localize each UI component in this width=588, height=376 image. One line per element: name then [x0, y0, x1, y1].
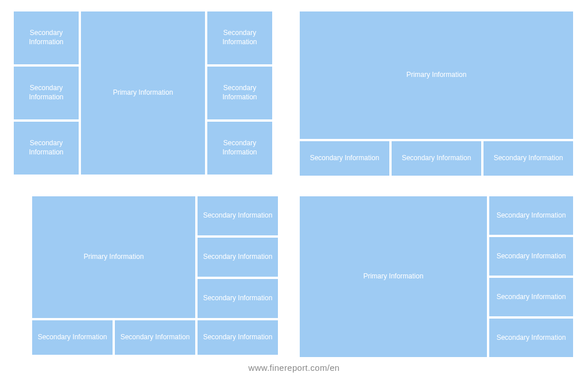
- secondary-tile: Secondary Information: [207, 11, 272, 64]
- secondary-tile: Secondary Information: [489, 196, 573, 235]
- secondary-tile: Secondary Information: [198, 196, 278, 235]
- primary-tile: Primary Information: [300, 11, 573, 139]
- secondary-tile: Secondary Information: [489, 319, 573, 357]
- layout-example-4: Primary Information Secondary Informatio…: [300, 196, 575, 357]
- secondary-tile: Secondary Information: [489, 278, 573, 316]
- secondary-tile: Secondary Information: [198, 279, 278, 318]
- secondary-tile: Secondary Information: [198, 238, 278, 277]
- secondary-tile: Secondary Information: [115, 320, 195, 355]
- primary-tile: Primary Information: [81, 11, 205, 175]
- secondary-tile: Secondary Information: [14, 67, 79, 119]
- layout-example-2: Primary Information Secondary Informatio…: [300, 11, 575, 178]
- secondary-tile: Secondary Information: [483, 141, 573, 176]
- layout-example-1: Secondary Information Secondary Informat…: [14, 11, 280, 178]
- layout-examples: Secondary Information Secondary Informat…: [0, 0, 588, 376]
- secondary-tile: Secondary Information: [207, 122, 272, 175]
- secondary-tile: Secondary Information: [489, 237, 573, 276]
- secondary-tile: Secondary Information: [300, 141, 389, 176]
- secondary-tile: Secondary Information: [32, 320, 113, 355]
- primary-tile: Primary Information: [32, 196, 195, 318]
- secondary-tile: Secondary Information: [198, 320, 278, 355]
- footer-source: www.finereport.com/en: [0, 363, 588, 373]
- secondary-tile: Secondary Information: [14, 122, 79, 175]
- secondary-tile: Secondary Information: [207, 67, 272, 119]
- secondary-tile: Secondary Information: [392, 141, 481, 176]
- secondary-tile: Secondary Information: [14, 11, 79, 64]
- layout-example-3: Primary Information Secondary Informatio…: [32, 196, 280, 357]
- primary-tile: Primary Information: [300, 196, 487, 357]
